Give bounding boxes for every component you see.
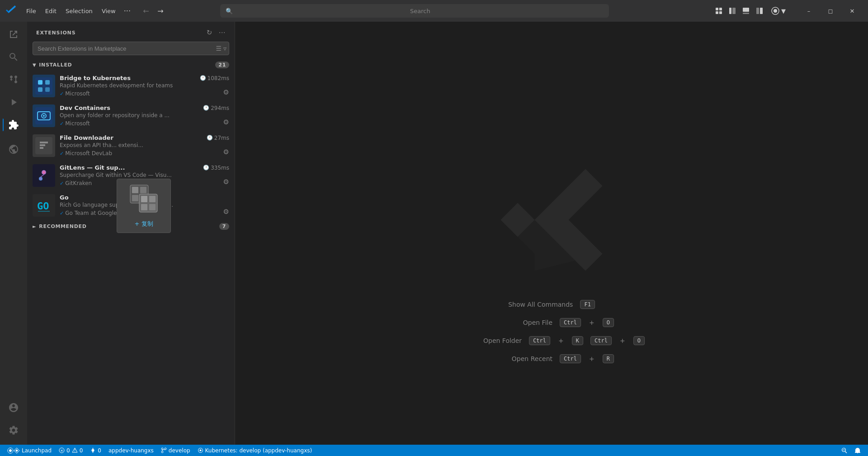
extension-gear-dev-containers[interactable]: ⚙ (223, 118, 229, 126)
kbd-ctrl-open-file: Ctrl (560, 318, 581, 327)
layout-panel-button[interactable] (740, 5, 752, 17)
recommended-chevron-icon: ► (33, 224, 36, 229)
status-kubernetes-text: Kubernetes: develop (appdev-huangxs) (205, 447, 312, 454)
copilot-button[interactable]: ▼ (768, 5, 789, 17)
menu-file[interactable]: File (22, 6, 41, 16)
main-area: EXTENSIONS ↻ ⋯ ☰ ▿ ▼ INSTALLED 21 (0, 22, 868, 445)
cmd-label-show-all: Show All Commands (508, 301, 573, 308)
more-actions-button[interactable]: ⋯ (217, 27, 227, 38)
svg-rect-5 (732, 8, 736, 14)
search-bar[interactable]: 🔍 Search (220, 4, 609, 18)
filter-search-icon[interactable]: ▿ (223, 45, 226, 52)
svg-rect-32 (140, 187, 146, 193)
extension-gear-go[interactable]: ⚙ (223, 208, 229, 216)
status-errors[interactable]: ✕ 0 ! 0 (55, 445, 86, 456)
close-button[interactable]: ✕ (842, 4, 863, 18)
status-bar: Launchpad ✕ 0 ! 0 0 appdev-huangxs (0, 445, 868, 456)
extension-info-bridge-to-kubernetes: Bridge to Kubernetes 🕐 1082ms Rapid Kube… (60, 75, 229, 97)
menu-more[interactable]: ··· (120, 5, 134, 17)
activity-item-remote[interactable] (3, 138, 24, 160)
cmd-open-file: Open File Ctrl + O (489, 318, 614, 327)
svg-rect-33 (132, 195, 138, 201)
cmd-label-open-recent: Open Recent (489, 355, 552, 362)
svg-rect-34 (141, 196, 147, 202)
cmd-label-open-file: Open File (489, 319, 552, 326)
verified-icon: ✓ (60, 121, 64, 127)
extension-item-file-downloader[interactable]: File Downloader 🕐 27ms Exposes an API th… (27, 131, 235, 161)
svg-rect-3 (719, 11, 722, 14)
extension-info-dev-containers: Dev Containers 🕐 294ms Open any folder o… (60, 104, 229, 127)
verified-icon: ✓ (60, 151, 64, 157)
menu-view[interactable]: View (97, 6, 120, 16)
extension-item-bridge-to-kubernetes[interactable]: Bridge to Kubernetes 🕐 1082ms Rapid Kube… (27, 71, 235, 101)
status-ports[interactable]: 0 (86, 445, 105, 456)
activity-item-explorer[interactable] (3, 24, 24, 45)
window-controls: – ◻ ✕ (798, 4, 863, 18)
extension-name-gitlens: GitLens — Git sup... (60, 164, 125, 171)
activity-item-run[interactable] (3, 91, 24, 113)
clear-search-icon[interactable]: ☰ (216, 45, 222, 52)
nav-forward-button[interactable]: → (154, 5, 167, 17)
svg-rect-16 (45, 87, 50, 92)
minimize-button[interactable]: – (798, 4, 819, 18)
status-ports-count: 0 (98, 447, 101, 454)
kbd-o-open-file: O (603, 318, 614, 327)
extension-gear-bridge-to-kubernetes[interactable]: ⚙ (223, 88, 229, 96)
svg-rect-22 (35, 167, 52, 184)
copy-popup-icon (129, 184, 158, 216)
installed-section-header[interactable]: ▼ INSTALLED 21 (27, 59, 235, 71)
kbd-o-open-folder: O (633, 336, 645, 345)
vscode-background-logo (484, 152, 619, 288)
extension-gear-file-downloader[interactable]: ⚙ (223, 148, 229, 156)
kbd-plus-open-folder-1: + (558, 337, 564, 344)
refresh-extensions-button[interactable]: ↻ (204, 27, 215, 38)
activity-item-extensions[interactable] (3, 114, 24, 136)
extension-gear-gitlens[interactable]: ⚙ (223, 178, 229, 186)
extension-item-dev-containers[interactable]: Dev Containers 🕐 294ms Open any folder o… (27, 101, 235, 131)
status-launchpad-text: Launchpad (22, 447, 52, 454)
copilot-chevron: ▼ (781, 8, 786, 14)
kbd-k-open-folder: K (572, 336, 583, 345)
kbd-ctrl-open-recent: Ctrl (560, 354, 581, 363)
svg-rect-4 (729, 8, 731, 14)
svg-text:GO: GO (37, 200, 49, 212)
extension-name-dev-containers: Dev Containers (60, 104, 110, 111)
vscode-logo (5, 4, 18, 18)
extension-search-input[interactable] (33, 42, 229, 55)
recommended-count-badge: 7 (219, 223, 229, 230)
layout-grid-button[interactable] (712, 5, 725, 17)
extension-desc-gitlens: Supercharge Git within VS Code — Visu... (60, 172, 229, 178)
installed-section-label: INSTALLED (39, 62, 72, 68)
menu-selection[interactable]: Selection (61, 6, 97, 16)
extension-name-bridge-to-kubernetes: Bridge to Kubernetes (60, 75, 131, 81)
status-git-branch[interactable]: develop (157, 445, 194, 456)
editor-area: Show All Commands F1 Open File Ctrl + O … (235, 22, 868, 445)
copy-popup: + 复制 (117, 179, 171, 233)
title-bar: File Edit Selection View ··· ← → 🔍 Searc… (0, 0, 868, 22)
layout-sidebar-button[interactable] (726, 5, 739, 17)
status-notifications[interactable] (851, 447, 864, 454)
status-zoom-out[interactable] (838, 447, 851, 453)
activity-item-account[interactable] (3, 397, 24, 418)
status-kubernetes[interactable]: Kubernetes: develop (appdev-huangxs) (194, 445, 316, 456)
extension-desc-file-downloader: Exposes an API tha... extensi... (60, 142, 229, 148)
extension-icon-go: GO (33, 194, 55, 217)
activity-item-search[interactable] (3, 46, 24, 68)
verified-icon: ✓ (60, 180, 64, 186)
status-branch[interactable]: appdev-huangxs (105, 445, 157, 456)
nav-back-button[interactable]: ← (140, 5, 152, 17)
svg-rect-2 (716, 11, 718, 14)
svg-rect-12 (35, 77, 52, 95)
restore-button[interactable]: ◻ (820, 4, 841, 18)
menu-edit[interactable]: Edit (41, 6, 61, 16)
svg-point-24 (39, 177, 42, 180)
extension-desc-dev-containers: Open any folder or repository inside a .… (60, 112, 229, 119)
svg-point-20 (43, 115, 45, 117)
extensions-sidebar: EXTENSIONS ↻ ⋯ ☰ ▿ ▼ INSTALLED 21 (27, 22, 235, 445)
layout-split-button[interactable] (753, 5, 766, 17)
status-remote[interactable]: Launchpad (4, 445, 55, 456)
svg-rect-6 (743, 8, 749, 12)
activity-item-source-control[interactable] (3, 69, 24, 90)
activity-item-settings[interactable] (3, 419, 24, 441)
extension-publisher-bridge-to-kubernetes: ✓ Microsoft (60, 90, 90, 97)
